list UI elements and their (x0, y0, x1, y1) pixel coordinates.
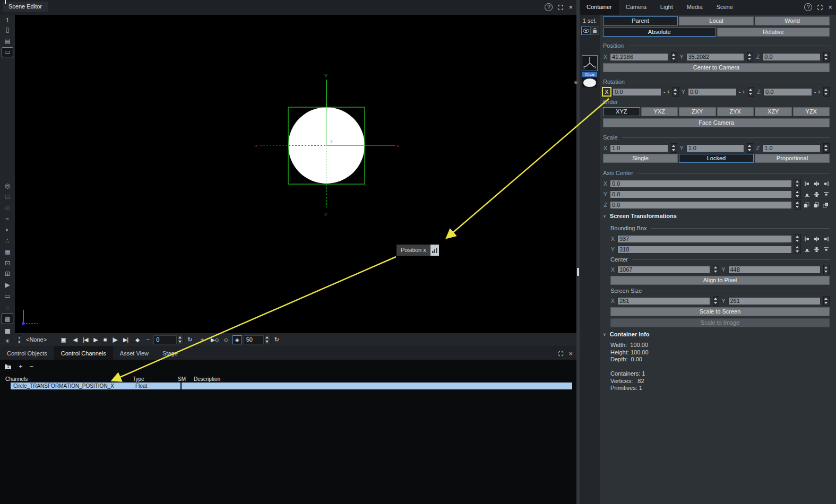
screen-transformations-header[interactable]: ∨ Screen Transformations (603, 213, 830, 219)
position-y-spinner[interactable] (747, 52, 753, 62)
order-zyx-button[interactable]: ZYX (717, 107, 754, 116)
rotation-y-spinner[interactable] (748, 87, 754, 97)
curves-icon[interactable]: ≈ (2, 214, 13, 224)
screen-size-y-spinner[interactable] (823, 296, 830, 306)
expand-panel-icon[interactable] (558, 351, 564, 357)
rotation-x-field[interactable] (613, 88, 661, 96)
screen-size-y-field[interactable] (728, 297, 821, 305)
screen-size-x-spinner[interactable] (713, 296, 719, 306)
keyframe-value-field[interactable] (244, 335, 264, 344)
axis-center-z-spinner[interactable] (795, 200, 801, 210)
loop2-icon[interactable]: ↻ (274, 337, 279, 343)
order-xzy-button[interactable]: XZY (755, 107, 792, 116)
rectangle-icon[interactable]: ▭ (2, 291, 13, 301)
brightness-icon[interactable]: ☀ (2, 336, 13, 346)
bbox-align-bottom-icon[interactable] (803, 246, 811, 253)
clip-selector[interactable]: <None> (26, 336, 47, 343)
rotation-x-nudge[interactable]: - + (663, 89, 670, 95)
visibility-eye-icon[interactable] (581, 27, 590, 35)
keyframe-icon[interactable]: ◇ (224, 337, 228, 343)
rotation-z-spinner[interactable] (823, 87, 830, 97)
axis-center-x-spinner[interactable] (795, 179, 801, 188)
align-right-icon[interactable] (822, 180, 830, 187)
align-top-icon[interactable] (822, 191, 830, 198)
mode-relative-button[interactable]: Relative (717, 28, 830, 37)
bbox-y-spinner[interactable] (795, 245, 801, 254)
container-info-header[interactable]: ∨ Container Info (603, 331, 830, 337)
align-center-h-icon[interactable] (813, 180, 820, 187)
new-folder-icon[interactable] (4, 363, 12, 370)
close2-icon[interactable]: × (828, 4, 832, 11)
bbox-x-field[interactable] (617, 235, 792, 243)
bbox-align-center-h-icon[interactable] (813, 236, 820, 242)
snapshot-icon[interactable]: ▣ (61, 337, 65, 343)
frame-spinner[interactable] (177, 335, 184, 344)
keyframe-range-icon[interactable]: ◈ (232, 335, 242, 344)
keyframe-list-icon[interactable]: ▦ (2, 247, 13, 257)
axis-center-y-field[interactable] (610, 190, 792, 198)
chart-icon[interactable]: ▅ (2, 326, 13, 335)
scale-x-field[interactable] (610, 144, 668, 152)
center-to-camera-button[interactable]: Center to Camera (603, 63, 830, 72)
position-x-spinner[interactable] (671, 52, 677, 62)
next-keyframe-icon[interactable]: ▶◇ (211, 337, 219, 343)
object-thumbnail[interactable] (582, 77, 597, 88)
divider-handle[interactable] (577, 268, 579, 276)
bounds-icon[interactable]: ⊡ (2, 258, 13, 268)
path-points-icon[interactable]: ∴ (2, 236, 13, 246)
align-middle-v-icon[interactable] (813, 191, 820, 198)
space-local-button[interactable]: Local (679, 16, 754, 25)
go-to-start-button[interactable]: |◀ (83, 337, 88, 343)
rotation-y-nudge[interactable]: - + (739, 89, 745, 95)
loop-icon[interactable]: ↻ (187, 337, 192, 343)
play-button[interactable]: ▶ (93, 337, 97, 343)
object-name-chip[interactable]: Circle (582, 72, 597, 77)
scale-to-screen-button[interactable]: Scale to Screen (610, 307, 830, 316)
play-backward-button[interactable]: ◀ (73, 337, 77, 343)
scale-z-spinner[interactable] (823, 143, 830, 153)
decrement-button[interactable]: − (146, 337, 149, 343)
inner-bounds-icon[interactable]: ⊞ (2, 270, 13, 279)
column-channels[interactable]: Channels (5, 376, 133, 382)
rotation-z-field[interactable] (763, 88, 812, 96)
center-x-field[interactable] (617, 266, 710, 274)
light-pin-icon[interactable]: ⊙ (2, 203, 13, 213)
increment-button[interactable]: + (201, 337, 203, 343)
camera-icon[interactable]: ⊡ (2, 192, 13, 202)
focus-target-icon[interactable]: ◎ (2, 181, 13, 190)
tab-scene[interactable]: Scene (710, 0, 740, 15)
tab-media[interactable]: Media (680, 0, 710, 15)
set-keyframe-icon[interactable]: ◆ (135, 337, 140, 343)
axis-center-y-spinner[interactable] (795, 189, 801, 199)
tab-control-objects[interactable]: Control Objects (0, 346, 54, 360)
depth-center-icon[interactable] (813, 202, 820, 208)
position-z-field[interactable] (762, 53, 821, 61)
tab-camera[interactable]: Camera (619, 0, 653, 15)
column-description[interactable]: Description (194, 376, 576, 382)
expand2-icon[interactable] (817, 4, 823, 11)
depth-back-icon[interactable] (822, 202, 830, 208)
grid-icon[interactable]: ▩ (2, 314, 13, 324)
rotation-z-nudge[interactable]: - + (814, 89, 821, 95)
close-icon[interactable]: × (568, 4, 573, 11)
frame-field[interactable] (153, 335, 177, 344)
bbox-align-top-icon[interactable] (822, 246, 830, 253)
order-yzx-button[interactable]: YZX (793, 107, 830, 116)
scale-y-spinner[interactable] (747, 143, 753, 153)
center-y-field[interactable] (728, 266, 821, 274)
column-sm[interactable]: SM (178, 376, 194, 382)
order-yxz-button[interactable]: YXZ (641, 107, 678, 116)
position-z-spinner[interactable] (823, 52, 830, 62)
remove-channel-icon[interactable]: − (30, 363, 34, 370)
rotation-x-spinner[interactable] (673, 87, 679, 97)
order-zxy-button[interactable]: ZXY (679, 107, 716, 116)
bbox-align-right-icon[interactable] (822, 236, 830, 242)
channel-row[interactable]: Circle_TRANSFORMATION_POSITION_X Float (11, 383, 572, 389)
position-y-field[interactable] (686, 53, 745, 61)
scale-single-button[interactable]: Single (603, 154, 678, 163)
space-parent-button[interactable]: Parent (603, 16, 678, 25)
layout-panel-icon[interactable]: ▯ (2, 25, 13, 34)
go-to-end-button[interactable]: ▶| (123, 337, 128, 343)
align-bottom-icon[interactable] (803, 191, 811, 198)
close-panel-icon[interactable]: × (568, 350, 573, 357)
